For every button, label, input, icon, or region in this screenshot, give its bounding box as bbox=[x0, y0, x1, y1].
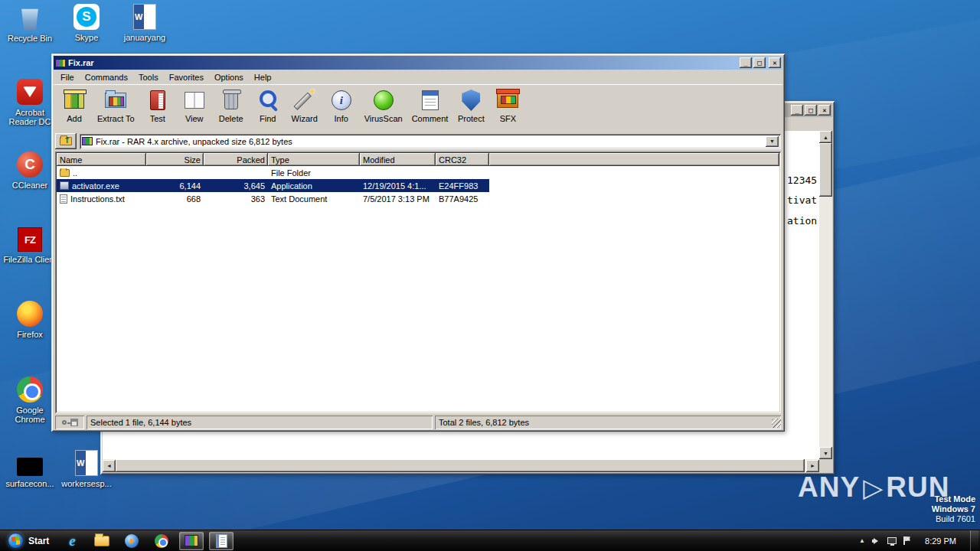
taskbar-internet-explorer[interactable] bbox=[60, 532, 84, 550]
desktop-icon-label: surfacecon... bbox=[6, 479, 54, 488]
view-button[interactable]: View bbox=[177, 86, 212, 125]
windows-flag-icon bbox=[11, 536, 20, 545]
column-header-name[interactable]: Name bbox=[57, 153, 146, 166]
taskbar-clock[interactable]: 8:29 PM bbox=[918, 536, 963, 546]
archive-path-combobox[interactable]: Fix.rar - RAR 4.x archive, unpacked size… bbox=[80, 134, 781, 149]
info-icon bbox=[332, 90, 351, 110]
column-header-type[interactable]: Type bbox=[268, 153, 360, 166]
hidden-icons-button[interactable]: ▲ bbox=[859, 537, 865, 544]
table-row-instructions-txt[interactable]: Instructions.txt 668 363 Text Document 7… bbox=[57, 192, 489, 205]
menu-help[interactable]: Help bbox=[249, 71, 277, 83]
desktop-icon-filezilla[interactable]: FileZilla Client bbox=[2, 227, 58, 264]
folder-icon bbox=[60, 169, 70, 177]
protect-button[interactable]: Protect bbox=[453, 86, 488, 125]
toolbar-label: Comment bbox=[412, 114, 449, 123]
desktop-icon-acrobat[interactable]: Acrobat Reader DC bbox=[2, 79, 58, 126]
action-center-icon[interactable] bbox=[903, 536, 911, 545]
close-icon[interactable]: ✕ bbox=[818, 105, 831, 116]
menu-options[interactable]: Options bbox=[209, 71, 249, 83]
horizontal-scrollbar[interactable]: ◄ ► bbox=[103, 459, 819, 472]
desktop-icon-ccleaner[interactable]: CCleaner bbox=[2, 152, 58, 190]
vertical-scroll-thumb[interactable] bbox=[819, 143, 832, 197]
minimize-button[interactable]: _ bbox=[740, 57, 752, 68]
taskbar-media-player[interactable] bbox=[119, 532, 144, 550]
close-icon[interactable]: ✕ bbox=[769, 57, 781, 68]
toolbar-label: SFX bbox=[500, 114, 516, 123]
test-archive-icon bbox=[150, 90, 165, 110]
desktop: Recycle Bin Skype januaryang Acrobat Rea… bbox=[0, 0, 980, 551]
column-header-modified[interactable]: Modified bbox=[360, 153, 436, 166]
ccleaner-icon bbox=[17, 152, 43, 178]
notepad-text-fragment: ation bbox=[787, 215, 817, 227]
maximize-button[interactable]: □ bbox=[805, 105, 817, 116]
scroll-left-icon[interactable]: ◄ bbox=[103, 460, 116, 472]
menu-file[interactable]: File bbox=[55, 71, 80, 83]
desktop-icon-januaryang[interactable]: januaryang bbox=[116, 4, 173, 42]
wizard-button[interactable]: Wizard bbox=[287, 86, 322, 125]
disk-icon bbox=[70, 419, 78, 426]
desktop-icon-surfacecon[interactable]: surfacecon... bbox=[2, 453, 58, 488]
word-document-icon bbox=[133, 4, 156, 30]
chrome-icon bbox=[155, 534, 168, 548]
maximize-button[interactable]: □ bbox=[753, 57, 766, 68]
add-button[interactable]: Add bbox=[57, 86, 92, 125]
menu-tools[interactable]: Tools bbox=[133, 71, 164, 83]
taskbar-chrome[interactable] bbox=[149, 532, 174, 550]
taskbar-winrar[interactable] bbox=[179, 532, 204, 550]
info-button[interactable]: Info bbox=[324, 86, 359, 125]
archive-icon bbox=[82, 137, 93, 145]
menu-commands[interactable]: Commands bbox=[80, 71, 133, 83]
taskbar-notepad[interactable] bbox=[209, 532, 234, 550]
comment-icon bbox=[422, 90, 439, 110]
horizontal-scroll-thumb[interactable] bbox=[116, 459, 805, 472]
delete-button[interactable]: Delete bbox=[214, 86, 249, 125]
find-button[interactable]: Find bbox=[250, 86, 286, 125]
network-icon[interactable] bbox=[887, 537, 897, 544]
desktop-icon-label: workersesp... bbox=[61, 479, 111, 488]
virusscan-button[interactable]: VirusScan bbox=[361, 86, 407, 125]
desktop-icon-skype[interactable]: Skype bbox=[58, 4, 115, 42]
winrar-titlebar[interactable]: Fix.rar _ □ ✕ bbox=[54, 56, 782, 70]
column-header-filler bbox=[489, 153, 779, 166]
toolbar-label: Test bbox=[150, 114, 165, 123]
column-header-crc32[interactable]: CRC32 bbox=[436, 153, 489, 166]
text-file-icon bbox=[60, 194, 67, 204]
show-desktop-button[interactable] bbox=[970, 530, 978, 551]
sandbox-mode: Test Mode bbox=[932, 494, 975, 504]
taskbar-explorer[interactable] bbox=[90, 532, 114, 550]
desktop-icon-chrome[interactable]: Google Chrome bbox=[2, 377, 58, 424]
table-row-parent-dir[interactable]: .. File Folder bbox=[57, 166, 489, 179]
sfx-button[interactable]: SFX bbox=[490, 86, 525, 125]
resize-grip[interactable] bbox=[772, 419, 781, 428]
table-row-activator-exe[interactable]: activator.exe 6,144 3,645 Application 12… bbox=[57, 179, 489, 192]
column-header-size[interactable]: Size bbox=[146, 153, 204, 166]
scroll-down-icon[interactable]: ▼ bbox=[819, 447, 832, 459]
winrar-addressbar: Fix.rar - RAR 4.x archive, unpacked size… bbox=[54, 132, 782, 151]
start-label: Start bbox=[28, 536, 49, 546]
notepad-text-fragment: tivat bbox=[787, 194, 817, 206]
toolbar-label: Extract To bbox=[97, 114, 135, 123]
file-packed: 363 bbox=[204, 194, 268, 204]
view-file-icon bbox=[185, 92, 204, 109]
volume-icon[interactable] bbox=[872, 537, 880, 545]
statusbar-icons bbox=[55, 416, 84, 429]
chevron-down-icon[interactable]: ▼ bbox=[766, 136, 779, 147]
file-name: Instructions.txt bbox=[70, 194, 125, 204]
file-size: 6,144 bbox=[146, 181, 204, 191]
minimize-button[interactable]: _ bbox=[791, 105, 803, 116]
scroll-up-icon[interactable]: ▲ bbox=[819, 131, 832, 143]
extract-to-button[interactable]: Extract To bbox=[93, 86, 139, 125]
comment-button[interactable]: Comment bbox=[408, 86, 452, 125]
sandbox-build: Build 7601 bbox=[932, 514, 975, 524]
start-button[interactable]: Start bbox=[0, 530, 57, 551]
column-header-packed[interactable]: Packed bbox=[204, 153, 268, 166]
desktop-icon-recycle-bin[interactable]: Recycle Bin bbox=[2, 6, 58, 43]
menu-favorites[interactable]: Favorites bbox=[164, 71, 209, 83]
scroll-right-icon[interactable]: ► bbox=[806, 460, 819, 472]
test-button[interactable]: Test bbox=[140, 86, 175, 125]
notepad-icon bbox=[216, 534, 227, 548]
desktop-icon-firefox[interactable]: Firefox bbox=[2, 301, 58, 339]
up-one-level-button[interactable] bbox=[55, 133, 77, 149]
vertical-scrollbar[interactable]: ▲ ▼ bbox=[819, 131, 832, 459]
sandbox-info: Test Mode Windows 7 Build 7601 bbox=[932, 494, 975, 524]
